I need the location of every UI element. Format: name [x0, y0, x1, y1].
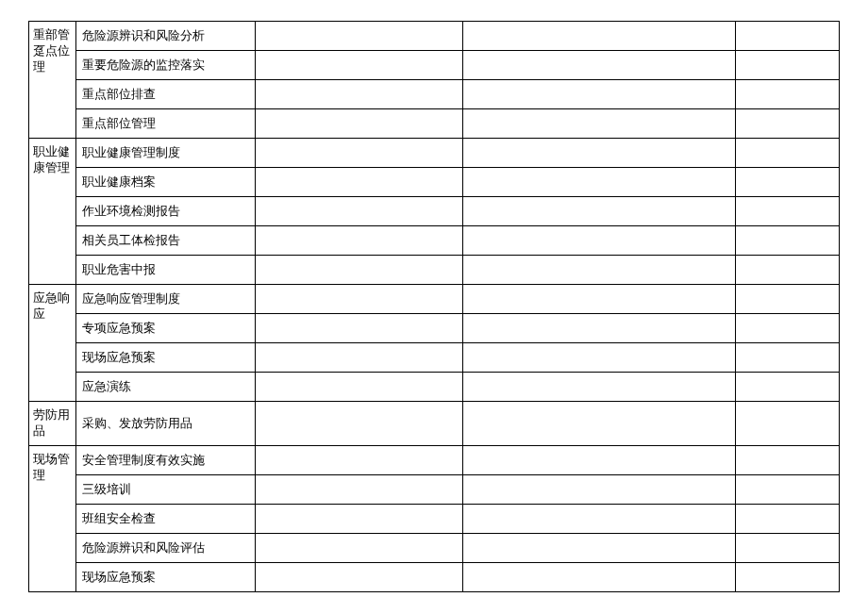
item-label: 现场应急预案: [76, 562, 256, 591]
item-label: 班组安全检查: [76, 504, 256, 533]
group-label: 现场管理: [29, 445, 76, 591]
item-label: 重点部位排查: [76, 80, 256, 109]
assessment-table: 重部管趸点位理危险源辨识和风险分析重要危险源的监控落实重点部位排查重点部位管理职…: [28, 21, 840, 592]
table-row: 应急响应应急响应管理制度: [29, 285, 840, 314]
item-label: 安全管理制度有效实施: [76, 445, 256, 474]
table-row: 作业环境检测报告: [29, 197, 840, 226]
item-label: 危险源辨识和风险分析: [76, 22, 256, 51]
empty-cell: [736, 139, 840, 168]
group-label: 应急响应: [29, 285, 76, 402]
empty-cell: [463, 168, 736, 197]
empty-cell: [736, 256, 840, 285]
group-label: 劳防用品: [29, 402, 76, 446]
empty-cell: [736, 51, 840, 80]
empty-cell: [736, 402, 840, 446]
empty-cell: [463, 226, 736, 256]
item-label: 采购、发放劳防用品: [76, 402, 256, 446]
empty-cell: [256, 533, 463, 562]
empty-cell: [463, 402, 736, 446]
empty-cell: [736, 562, 840, 591]
table-row: 现场应急预案: [29, 343, 840, 373]
empty-cell: [463, 533, 736, 562]
empty-cell: [736, 226, 840, 256]
empty-cell: [463, 197, 736, 226]
item-label: 作业环境检测报告: [76, 197, 256, 226]
table-row: 班组安全检查: [29, 504, 840, 533]
table-row: 现场管理安全管理制度有效实施: [29, 445, 840, 474]
empty-cell: [256, 51, 463, 80]
table-row: 职业健康档案: [29, 168, 840, 197]
empty-cell: [256, 285, 463, 314]
table-row: 危险源辨识和风险评估: [29, 533, 840, 562]
empty-cell: [736, 314, 840, 343]
empty-cell: [736, 197, 840, 226]
empty-cell: [256, 80, 463, 109]
item-label: 职业危害中报: [76, 256, 256, 285]
empty-cell: [256, 168, 463, 197]
empty-cell: [256, 343, 463, 373]
empty-cell: [463, 445, 736, 474]
table-row: 职业危害中报: [29, 256, 840, 285]
empty-cell: [463, 373, 736, 402]
table-row: 重要危险源的监控落实: [29, 51, 840, 80]
table-row: 专项应急预案: [29, 314, 840, 343]
empty-cell: [736, 445, 840, 474]
empty-cell: [256, 402, 463, 446]
table-row: 相关员工体检报告: [29, 226, 840, 256]
empty-cell: [256, 474, 463, 504]
empty-cell: [736, 533, 840, 562]
empty-cell: [463, 474, 736, 504]
item-label: 应急响应管理制度: [76, 285, 256, 314]
empty-cell: [463, 80, 736, 109]
empty-cell: [463, 562, 736, 591]
empty-cell: [256, 256, 463, 285]
empty-cell: [736, 22, 840, 51]
empty-cell: [463, 109, 736, 139]
empty-cell: [256, 109, 463, 139]
empty-cell: [736, 373, 840, 402]
empty-cell: [736, 168, 840, 197]
empty-cell: [463, 343, 736, 373]
table-row: 应急演练: [29, 373, 840, 402]
empty-cell: [256, 373, 463, 402]
empty-cell: [256, 226, 463, 256]
item-label: 三级培训: [76, 474, 256, 504]
item-label: 现场应急预案: [76, 343, 256, 373]
table-row: 三级培训: [29, 474, 840, 504]
empty-cell: [463, 22, 736, 51]
empty-cell: [256, 314, 463, 343]
group-label: 重部管趸点位理: [29, 22, 76, 139]
table-row: 重点部位管理: [29, 109, 840, 139]
item-label: 危险源辨识和风险评估: [76, 533, 256, 562]
empty-cell: [256, 139, 463, 168]
item-label: 相关员工体检报告: [76, 226, 256, 256]
item-label: 职业健康档案: [76, 168, 256, 197]
item-label: 职业健康管理制度: [76, 139, 256, 168]
empty-cell: [463, 139, 736, 168]
empty-cell: [736, 343, 840, 373]
item-label: 应急演练: [76, 373, 256, 402]
empty-cell: [463, 256, 736, 285]
item-label: 重要危险源的监控落实: [76, 51, 256, 80]
empty-cell: [736, 474, 840, 504]
empty-cell: [256, 562, 463, 591]
empty-cell: [256, 445, 463, 474]
empty-cell: [736, 504, 840, 533]
empty-cell: [463, 51, 736, 80]
table-row: 职业健康管理职业健康管理制度: [29, 139, 840, 168]
empty-cell: [463, 285, 736, 314]
item-label: 重点部位管理: [76, 109, 256, 139]
empty-cell: [463, 314, 736, 343]
table-row: 现场应急预案: [29, 562, 840, 591]
empty-cell: [736, 285, 840, 314]
empty-cell: [736, 80, 840, 109]
table-row: 重点部位排查: [29, 80, 840, 109]
empty-cell: [256, 22, 463, 51]
empty-cell: [463, 504, 736, 533]
item-label: 专项应急预案: [76, 314, 256, 343]
empty-cell: [256, 197, 463, 226]
table-row: 劳防用品采购、发放劳防用品: [29, 402, 840, 446]
empty-cell: [256, 504, 463, 533]
empty-cell: [736, 109, 840, 139]
group-label: 职业健康管理: [29, 139, 76, 285]
